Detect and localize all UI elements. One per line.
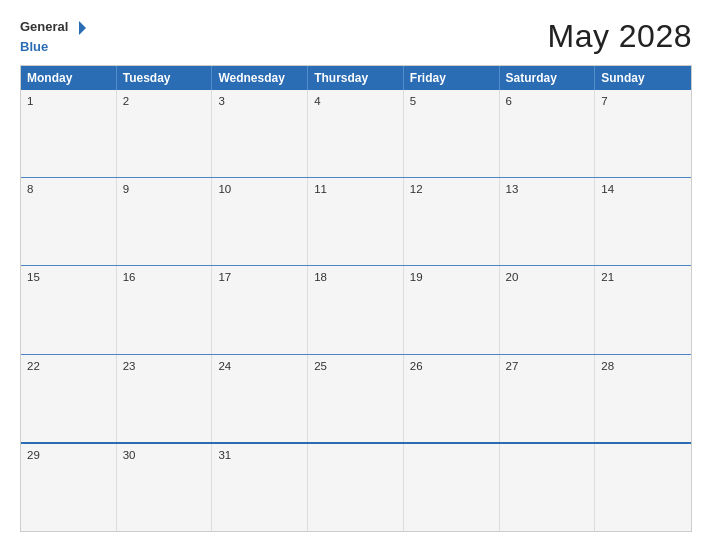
- day-number: 23: [123, 360, 206, 372]
- col-thursday: Thursday: [308, 66, 404, 90]
- day-number: 17: [218, 271, 301, 283]
- day-number: 25: [314, 360, 397, 372]
- day-number: 2: [123, 95, 206, 107]
- day-cell-empty: [308, 444, 404, 531]
- day-number: 6: [506, 95, 589, 107]
- day-number: 18: [314, 271, 397, 283]
- day-cell-4: 4: [308, 90, 404, 177]
- header: General Blue May 2028: [20, 18, 692, 55]
- day-cell-8: 8: [21, 178, 117, 265]
- day-cell-22: 22: [21, 355, 117, 442]
- day-cell-28: 28: [595, 355, 691, 442]
- calendar-body: 1234567891011121314151617181920212223242…: [21, 90, 691, 531]
- day-number: 7: [601, 95, 685, 107]
- day-number: 20: [506, 271, 589, 283]
- logo-general: General: [20, 20, 68, 34]
- day-cell-25: 25: [308, 355, 404, 442]
- col-friday: Friday: [404, 66, 500, 90]
- day-cell-1: 1: [21, 90, 117, 177]
- calendar-grid: Monday Tuesday Wednesday Thursday Friday…: [20, 65, 692, 532]
- day-cell-16: 16: [117, 266, 213, 353]
- day-number: 28: [601, 360, 685, 372]
- day-number: 30: [123, 449, 206, 461]
- day-cell-31: 31: [212, 444, 308, 531]
- day-number: 29: [27, 449, 110, 461]
- day-cell-24: 24: [212, 355, 308, 442]
- day-cell-21: 21: [595, 266, 691, 353]
- day-cell-2: 2: [117, 90, 213, 177]
- day-cell-12: 12: [404, 178, 500, 265]
- calendar-week-5: 293031: [21, 442, 691, 531]
- day-number: 26: [410, 360, 493, 372]
- day-number: 22: [27, 360, 110, 372]
- day-cell-30: 30: [117, 444, 213, 531]
- logo-flag-icon: [70, 19, 88, 37]
- day-number: 14: [601, 183, 685, 195]
- day-number: 3: [218, 95, 301, 107]
- day-number: 13: [506, 183, 589, 195]
- day-cell-27: 27: [500, 355, 596, 442]
- day-cell-18: 18: [308, 266, 404, 353]
- day-cell-empty: [595, 444, 691, 531]
- col-sunday: Sunday: [595, 66, 691, 90]
- calendar-week-2: 891011121314: [21, 177, 691, 265]
- calendar-week-1: 1234567: [21, 90, 691, 177]
- day-cell-7: 7: [595, 90, 691, 177]
- day-number: 8: [27, 183, 110, 195]
- col-wednesday: Wednesday: [212, 66, 308, 90]
- day-number: 9: [123, 183, 206, 195]
- day-cell-19: 19: [404, 266, 500, 353]
- col-tuesday: Tuesday: [117, 66, 213, 90]
- day-number: 21: [601, 271, 685, 283]
- col-monday: Monday: [21, 66, 117, 90]
- svg-marker-0: [79, 21, 86, 35]
- day-cell-20: 20: [500, 266, 596, 353]
- day-cell-29: 29: [21, 444, 117, 531]
- calendar-week-3: 15161718192021: [21, 265, 691, 353]
- day-cell-5: 5: [404, 90, 500, 177]
- day-cell-17: 17: [212, 266, 308, 353]
- day-cell-26: 26: [404, 355, 500, 442]
- day-cell-3: 3: [212, 90, 308, 177]
- day-number: 31: [218, 449, 301, 461]
- col-saturday: Saturday: [500, 66, 596, 90]
- day-number: 10: [218, 183, 301, 195]
- day-cell-empty: [500, 444, 596, 531]
- calendar-page: General Blue May 2028 Monday Tuesday Wed…: [0, 0, 712, 550]
- day-cell-6: 6: [500, 90, 596, 177]
- day-cell-13: 13: [500, 178, 596, 265]
- day-number: 27: [506, 360, 589, 372]
- month-title: May 2028: [547, 18, 692, 55]
- day-number: 24: [218, 360, 301, 372]
- calendar-week-4: 22232425262728: [21, 354, 691, 442]
- day-cell-empty: [404, 444, 500, 531]
- calendar-header-row: Monday Tuesday Wednesday Thursday Friday…: [21, 66, 691, 90]
- day-cell-9: 9: [117, 178, 213, 265]
- day-cell-14: 14: [595, 178, 691, 265]
- day-number: 16: [123, 271, 206, 283]
- day-number: 1: [27, 95, 110, 107]
- logo: General Blue: [20, 19, 88, 55]
- day-cell-11: 11: [308, 178, 404, 265]
- day-cell-15: 15: [21, 266, 117, 353]
- day-number: 4: [314, 95, 397, 107]
- day-number: 11: [314, 183, 397, 195]
- logo-blue: Blue: [20, 39, 48, 54]
- day-cell-10: 10: [212, 178, 308, 265]
- day-cell-23: 23: [117, 355, 213, 442]
- day-number: 5: [410, 95, 493, 107]
- day-number: 19: [410, 271, 493, 283]
- day-number: 15: [27, 271, 110, 283]
- day-number: 12: [410, 183, 493, 195]
